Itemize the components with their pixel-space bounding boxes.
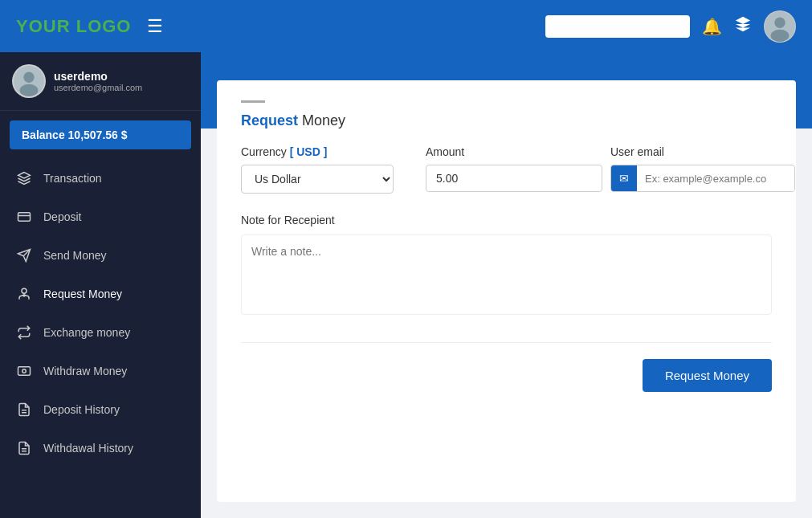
note-label: Note for Recepient <box>241 214 772 226</box>
bell-icon[interactable]: 🔔 <box>702 17 722 36</box>
balance-button[interactable]: Balance 10,507.56 $ <box>10 120 191 149</box>
sidebar-item-withdraw-money[interactable]: Withdraw Money <box>0 352 201 390</box>
user-name: userdemo <box>54 70 142 83</box>
sidebar-item-transaction[interactable]: Transaction <box>0 159 201 198</box>
svg-point-4 <box>23 72 34 83</box>
form-divider <box>241 342 772 343</box>
sidebar-item-request-money-label: Request Money <box>43 288 122 300</box>
sidebar-item-deposit-history-label: Deposit History <box>43 403 120 416</box>
sidebar-item-transaction-label: Transaction <box>43 172 102 185</box>
currency-tag: [ USD ] <box>290 145 328 158</box>
user-avatar-sidebar <box>12 64 46 98</box>
email-label: User email <box>610 145 787 158</box>
search-input[interactable] <box>545 15 690 38</box>
navbar-left: YOUR LOGO ☰ <box>16 16 163 37</box>
layers-nav-icon <box>16 170 32 186</box>
exchange-nav-icon <box>16 324 32 341</box>
sidebar-item-deposit-label: Deposit <box>43 210 81 223</box>
hamburger-icon[interactable]: ☰ <box>147 16 163 37</box>
sidebar-item-exchange-money[interactable]: Exchange money <box>0 313 201 352</box>
page-title-rest: Money <box>298 112 345 128</box>
svg-point-15 <box>22 369 27 373</box>
sidebar-item-request-money[interactable]: Request Money <box>0 275 201 313</box>
submit-button[interactable]: Request Money <box>643 359 772 392</box>
sidebar-item-send-money-label: Send Money <box>43 249 107 262</box>
content-card: Request Money Currency [ USD ] Us Dollar… <box>217 80 796 502</box>
sidebar-item-send-money[interactable]: Send Money <box>0 236 201 275</box>
navbar: YOUR LOGO ☰ 🔔 <box>0 0 812 52</box>
navbar-right: 🔔 <box>545 10 796 43</box>
note-textarea[interactable] <box>241 235 772 315</box>
user-avatar-nav[interactable] <box>764 10 796 43</box>
amount-input[interactable] <box>426 165 602 192</box>
sidebar-item-deposit[interactable]: Deposit <box>0 198 201 236</box>
logo-text: OUR LOGO <box>29 16 132 36</box>
deposit-nav-icon <box>16 209 32 225</box>
svg-point-2 <box>771 29 790 41</box>
sidebar-item-withdrawal-history-label: Withdawal History <box>43 442 133 455</box>
send-nav-icon <box>16 247 32 263</box>
currency-label: Currency [ USD ] <box>241 145 402 158</box>
page-title: Request Money <box>241 112 772 129</box>
svg-rect-7 <box>18 213 31 222</box>
user-section: userdemo userdemo@gmail.com <box>0 52 201 111</box>
page-header: Request Money <box>241 100 772 129</box>
currency-group: Currency [ USD ] Us Dollar Euro GBP JPY <box>241 145 402 194</box>
sidebar-item-exchange-money-label: Exchange money <box>43 326 130 339</box>
amount-group: Amount <box>426 145 586 192</box>
sidebar-item-withdraw-money-label: Withdraw Money <box>43 365 127 377</box>
svg-point-1 <box>774 17 785 27</box>
form-footer: Request Money <box>241 359 772 392</box>
main-content: Request Money Currency [ USD ] Us Dollar… <box>201 52 812 518</box>
form-row-1: Currency [ USD ] Us Dollar Euro GBP JPY … <box>241 145 772 194</box>
svg-point-11 <box>22 288 27 293</box>
email-group: User email ✉ <box>610 145 787 192</box>
withdraw-nav-icon <box>16 363 32 379</box>
user-info: userdemo userdemo@gmail.com <box>54 70 142 92</box>
body-wrap: userdemo userdemo@gmail.com Balance 10,5… <box>0 52 812 518</box>
note-section: Note for Recepient <box>241 214 772 318</box>
withdrawal-history-nav-icon <box>16 440 32 456</box>
email-input-wrap: ✉ <box>610 165 795 192</box>
sidebar: userdemo userdemo@gmail.com Balance 10,5… <box>0 52 201 518</box>
page-header-line <box>241 100 265 103</box>
svg-marker-6 <box>18 173 31 179</box>
layers-icon[interactable] <box>734 15 752 37</box>
email-icon: ✉ <box>611 165 637 191</box>
amount-label: Amount <box>426 145 586 158</box>
sidebar-item-deposit-history[interactable]: Deposit History <box>0 390 201 429</box>
user-email: userdemo@gmail.com <box>54 83 142 92</box>
svg-point-5 <box>20 84 39 96</box>
logo-y: Y <box>16 16 29 36</box>
svg-rect-14 <box>18 367 31 376</box>
page-title-highlight: Request <box>241 112 298 128</box>
logo: YOUR LOGO <box>16 16 131 37</box>
email-input[interactable] <box>637 166 794 191</box>
request-nav-icon <box>16 286 32 302</box>
deposit-history-nav-icon <box>16 402 32 418</box>
currency-select[interactable]: Us Dollar Euro GBP JPY <box>241 165 394 194</box>
sidebar-item-withdrawal-history[interactable]: Withdawal History <box>0 429 201 467</box>
